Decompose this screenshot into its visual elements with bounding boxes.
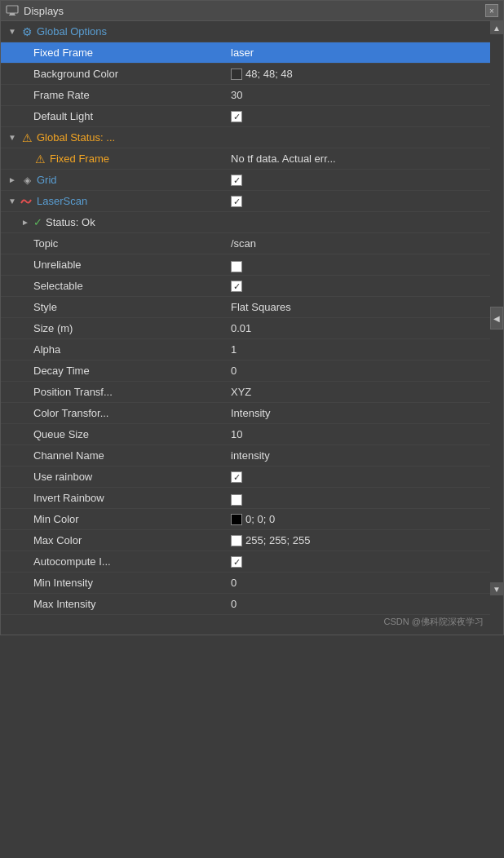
- tree-row-unreliable[interactable]: Unreliable: [1, 254, 490, 276]
- label-text-default-light: Default Light: [33, 110, 93, 122]
- tree-row-use-rainbow[interactable]: Use rainbow: [1, 467, 490, 488]
- value-col-autocompute: [224, 555, 487, 568]
- value-text-channel-name: intensity: [231, 449, 270, 462]
- tree-row-queue-size[interactable]: Queue Size10: [1, 424, 490, 445]
- bottom-bar: CSDN @佛科院深夜学习: [1, 615, 503, 635]
- value-col-use-rainbow: [224, 471, 487, 484]
- label-text-fixed-frame: Fixed Frame: [33, 46, 93, 59]
- checkbox-invert-rainbow[interactable]: [231, 494, 242, 506]
- tree-row-selectable[interactable]: Selectable: [1, 276, 490, 297]
- label-col-size: Size (m): [4, 322, 224, 334]
- tree-row-topic[interactable]: Topic/scan: [1, 233, 490, 254]
- tree-row-alpha[interactable]: Alpha1: [1, 339, 490, 360]
- tree-row-default-light[interactable]: Default Light: [1, 106, 490, 127]
- tree-row-size[interactable]: Size (m)0.01: [1, 318, 490, 339]
- label-col-fixed-frame-status: ⚠Fixed Frame: [4, 153, 224, 166]
- tree-content: ⚙Global OptionsFixed FramelaserBackgroun…: [1, 21, 503, 615]
- value-text-fixed-frame: laser: [231, 46, 254, 59]
- warning-icon-global-status: ⚠: [20, 131, 33, 144]
- color-swatch-background-color[interactable]: [231, 69, 242, 80]
- label-col-invert-rainbow: Invert Rainbow: [4, 492, 224, 504]
- checkbox-selectable[interactable]: [231, 281, 242, 292]
- value-text-decay-time: 0: [231, 365, 237, 377]
- tree-row-global-status[interactable]: ⚠Global Status: ...: [1, 127, 490, 148]
- tree-row-channel-name[interactable]: Channel Nameintensity: [1, 445, 490, 467]
- label-text-decay-time: Decay Time: [33, 365, 90, 377]
- svg-rect-2: [9, 15, 15, 15]
- value-text-color-transform: Intensity: [231, 407, 270, 419]
- tree-row-max-intensity[interactable]: Max Intensity0: [1, 594, 490, 615]
- label-col-autocompute: Autocompute I...: [4, 555, 224, 568]
- checkbox-autocompute[interactable]: [231, 556, 242, 568]
- arrow-laserscan[interactable]: [7, 197, 17, 206]
- tree-row-status-ok[interactable]: ✓Status: Ok: [1, 212, 490, 233]
- label-col-decay-time: Decay Time: [4, 365, 224, 377]
- color-value-min-color: 0; 0; 0: [245, 513, 275, 525]
- tree-row-decay-time[interactable]: Decay Time0: [1, 360, 490, 382]
- value-col-decay-time: 0: [224, 365, 487, 377]
- scroll-down-arrow[interactable]: ▼: [490, 582, 503, 595]
- checkbox-default-light[interactable]: [231, 111, 242, 122]
- tree-row-grid[interactable]: ◈Grid: [1, 170, 490, 191]
- label-col-alpha: Alpha: [4, 343, 224, 356]
- checkbox-laserscan[interactable]: [231, 196, 242, 207]
- tree-row-frame-rate[interactable]: Frame Rate30: [1, 85, 490, 106]
- tree-row-fixed-frame-status[interactable]: ⚠Fixed FrameNo tf data. Actual err...: [1, 148, 490, 170]
- value-col-fixed-frame: laser: [224, 46, 487, 59]
- warning-icon-fixed-frame-status: ⚠: [33, 153, 46, 166]
- arrow-grid[interactable]: [7, 175, 17, 185]
- label-col-background-color: Background Color: [4, 68, 224, 80]
- color-swatch-max-color[interactable]: [231, 535, 242, 546]
- tree-row-style[interactable]: StyleFlat Squares: [1, 297, 490, 318]
- tree-row-color-transform[interactable]: Color Transfor...Intensity: [1, 403, 490, 424]
- eye-icon-grid: ◈: [20, 174, 33, 187]
- tree-row-background-color[interactable]: Background Color48; 48; 48: [1, 64, 490, 85]
- label-text-min-color: Min Color: [33, 513, 79, 525]
- label-col-status-ok: ✓Status: Ok: [4, 216, 224, 228]
- collapse-handle[interactable]: ◀: [490, 307, 503, 329]
- label-text-grid: Grid: [37, 174, 57, 186]
- gear-icon-global-options: ⚙: [20, 25, 33, 38]
- watermark: CSDN @佛科院深夜学习: [384, 616, 484, 628]
- title-bar: Displays ×: [1, 1, 503, 21]
- label-text-style: Style: [33, 301, 57, 313]
- tree-row-laserscan[interactable]: LaserScan: [1, 191, 490, 212]
- title-bar-left: Displays: [6, 4, 64, 17]
- checkbox-grid[interactable]: [231, 175, 242, 186]
- label-col-min-color: Min Color: [4, 513, 224, 525]
- checkbox-unreliable[interactable]: [231, 261, 242, 272]
- tree-row-max-color[interactable]: Max Color255; 255; 255: [1, 530, 490, 551]
- label-col-style: Style: [4, 301, 224, 313]
- value-col-min-intensity: 0: [224, 577, 487, 589]
- window-title: Displays: [24, 5, 64, 17]
- value-col-unreliable: [224, 257, 487, 272]
- arrow-global-options[interactable]: [7, 27, 17, 37]
- arrow-status-ok[interactable]: [20, 218, 30, 228]
- tree-row-fixed-frame[interactable]: Fixed Framelaser: [1, 42, 490, 64]
- label-col-position-transform: Position Transf...: [4, 386, 224, 398]
- color-swatch-min-color[interactable]: [231, 514, 242, 525]
- label-col-global-options: ⚙Global Options: [4, 25, 224, 38]
- label-text-frame-rate: Frame Rate: [33, 89, 90, 101]
- scroll-up-arrow[interactable]: ▲: [490, 21, 503, 34]
- tree-row-min-color[interactable]: Min Color0; 0; 0: [1, 509, 490, 530]
- label-text-invert-rainbow: Invert Rainbow: [33, 492, 104, 504]
- value-col-style: Flat Squares: [224, 301, 487, 313]
- tree-row-autocompute[interactable]: Autocompute I...: [1, 551, 490, 573]
- close-button[interactable]: ×: [485, 4, 498, 17]
- tree-row-global-options[interactable]: ⚙Global Options: [1, 21, 490, 42]
- label-col-laserscan: LaserScan: [4, 195, 224, 208]
- label-text-queue-size: Queue Size: [33, 428, 89, 440]
- label-col-unreliable: Unreliable: [4, 259, 224, 271]
- label-text-laserscan: LaserScan: [37, 195, 87, 207]
- checkbox-use-rainbow[interactable]: [231, 471, 242, 483]
- label-col-min-intensity: Min Intensity: [4, 577, 224, 589]
- tree-row-invert-rainbow[interactable]: Invert Rainbow: [1, 488, 490, 509]
- arrow-global-status[interactable]: [7, 133, 17, 143]
- tree-row-position-transform[interactable]: Position Transf...XYZ: [1, 382, 490, 403]
- tree-row-min-intensity[interactable]: Min Intensity0: [1, 573, 490, 594]
- label-col-topic: Topic: [4, 237, 224, 250]
- label-col-channel-name: Channel Name: [4, 449, 224, 462]
- label-text-min-intensity: Min Intensity: [33, 577, 93, 589]
- value-col-size: 0.01: [224, 322, 487, 334]
